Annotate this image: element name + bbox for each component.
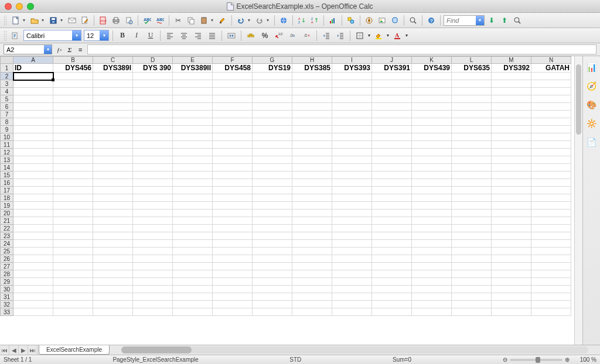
cell[interactable] (372, 263, 412, 270)
cell[interactable] (53, 111, 93, 118)
cell[interactable] (531, 133, 571, 141)
minimize-window-button[interactable] (16, 3, 23, 10)
cell[interactable] (213, 240, 253, 248)
cell[interactable] (292, 179, 332, 187)
cell[interactable] (13, 293, 53, 301)
cell[interactable] (173, 194, 213, 202)
row-header[interactable]: 5 (1, 95, 13, 103)
column-header[interactable]: B (53, 57, 93, 64)
cell[interactable] (213, 118, 253, 126)
cell[interactable] (332, 164, 372, 171)
function-button[interactable]: = (76, 45, 85, 54)
cell[interactable] (213, 301, 253, 308)
cell[interactable] (292, 278, 332, 286)
cell[interactable] (253, 187, 292, 194)
cell[interactable] (292, 225, 332, 232)
cell[interactable] (292, 248, 332, 255)
cell[interactable] (93, 164, 133, 171)
row-header[interactable]: 26 (1, 255, 13, 263)
cell[interactable] (531, 73, 571, 80)
row-header[interactable]: 28 (1, 270, 13, 278)
cell[interactable] (253, 278, 292, 286)
cell[interactable]: DYS439 (412, 64, 452, 73)
find-next-button[interactable]: ⬇ (486, 15, 497, 26)
cell[interactable] (53, 308, 93, 316)
cell[interactable] (492, 248, 531, 255)
cell[interactable] (93, 240, 133, 248)
row-header[interactable]: 14 (1, 164, 13, 171)
select-all-corner[interactable] (1, 57, 13, 64)
italic-button[interactable]: I (131, 30, 142, 42)
cell[interactable] (93, 293, 133, 301)
cell[interactable] (332, 225, 372, 232)
save-dropdown[interactable]: ▾ (60, 18, 65, 23)
cell[interactable] (253, 217, 292, 225)
print-preview-button[interactable] (123, 15, 135, 26)
cell[interactable] (173, 248, 213, 255)
cell[interactable] (93, 210, 133, 217)
cell[interactable] (253, 111, 292, 118)
cell[interactable] (292, 240, 332, 248)
cell[interactable] (173, 103, 213, 111)
cell[interactable] (213, 194, 253, 202)
cell[interactable] (292, 111, 332, 118)
cell[interactable] (492, 217, 531, 225)
cell[interactable] (412, 278, 452, 286)
cell[interactable] (253, 126, 292, 133)
cell[interactable] (492, 88, 531, 95)
cell[interactable] (372, 88, 412, 95)
cell[interactable] (492, 73, 531, 80)
cell[interactable] (93, 118, 133, 126)
cell[interactable] (292, 164, 332, 171)
cell[interactable] (53, 73, 93, 80)
zoom-button[interactable] (407, 15, 419, 26)
cell[interactable] (372, 73, 412, 80)
cell[interactable] (412, 255, 452, 263)
cell[interactable] (531, 286, 571, 293)
cell[interactable] (213, 293, 253, 301)
cell[interactable] (531, 202, 571, 210)
cell[interactable] (253, 248, 292, 255)
cell[interactable] (133, 187, 173, 194)
cell[interactable] (93, 217, 133, 225)
cell[interactable] (53, 217, 93, 225)
zoom-value-label[interactable]: 100 % (580, 356, 596, 363)
column-header[interactable]: C (93, 57, 133, 64)
cell[interactable] (452, 278, 492, 286)
row-header[interactable]: 16 (1, 179, 13, 187)
row-header[interactable]: 4 (1, 88, 13, 95)
cell[interactable] (412, 149, 452, 156)
cell[interactable]: DYS385 (292, 64, 332, 73)
cell[interactable] (173, 308, 213, 316)
cell[interactable] (332, 73, 372, 80)
cell[interactable] (452, 126, 492, 133)
row-header[interactable]: 31 (1, 293, 13, 301)
cell[interactable] (133, 278, 173, 286)
cell[interactable] (93, 255, 133, 263)
cell[interactable] (213, 179, 253, 187)
cell[interactable] (332, 248, 372, 255)
cell[interactable] (332, 95, 372, 103)
cell[interactable] (372, 232, 412, 240)
row-header[interactable]: 25 (1, 248, 13, 255)
cell[interactable] (53, 103, 93, 111)
sidebar-navigator-icon[interactable]: 🧭 (585, 80, 598, 92)
cell[interactable] (173, 278, 213, 286)
cell[interactable] (13, 187, 53, 194)
save-button[interactable] (47, 15, 59, 26)
cell[interactable] (133, 141, 173, 149)
cell[interactable] (213, 217, 253, 225)
cell[interactable] (452, 286, 492, 293)
cell[interactable] (53, 278, 93, 286)
cell[interactable] (452, 118, 492, 126)
cell[interactable] (531, 210, 571, 217)
cell[interactable] (13, 301, 53, 308)
cell[interactable] (492, 270, 531, 278)
cell[interactable] (332, 240, 372, 248)
cell[interactable] (412, 156, 452, 164)
cell[interactable] (332, 156, 372, 164)
cell[interactable] (53, 232, 93, 240)
row-header[interactable]: 24 (1, 240, 13, 248)
first-sheet-button[interactable]: ⏮ (0, 345, 9, 355)
cell[interactable] (332, 232, 372, 240)
